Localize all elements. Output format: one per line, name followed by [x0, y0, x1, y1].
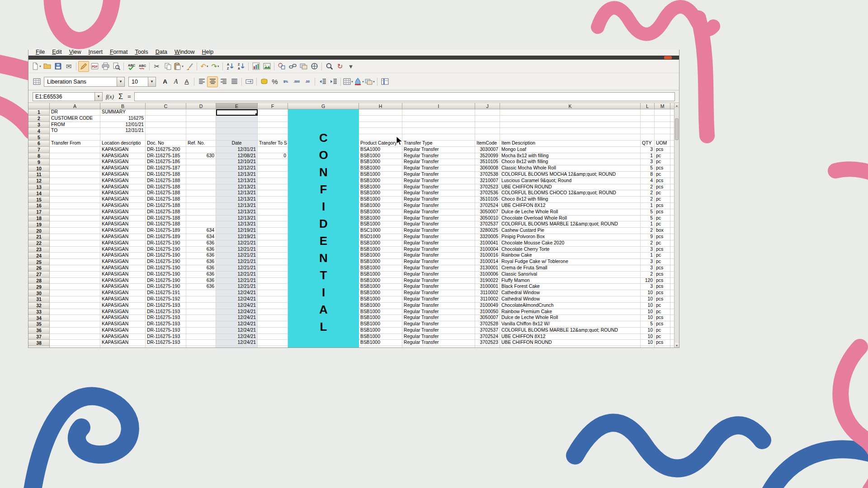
row-header-14[interactable]: 14 — [28, 190, 50, 197]
format-currency-button[interactable] — [259, 76, 269, 87]
cell-F19[interactable] — [258, 221, 288, 228]
column-header-J[interactable]: J — [475, 103, 500, 109]
cell-H22[interactable]: BSB1000 — [359, 240, 402, 247]
cell-L19[interactable]: 1 — [641, 221, 655, 228]
cell-F11[interactable] — [258, 172, 288, 178]
align-right-button[interactable] — [218, 76, 229, 87]
cell-K32[interactable]: ChocolateAlmondCrunch — [500, 303, 641, 309]
cell-C14[interactable]: DR-116275-188 — [146, 190, 186, 197]
cell-M10[interactable]: pcs — [655, 165, 670, 172]
row-header-27[interactable]: 27 — [28, 272, 50, 278]
cell-C30[interactable]: DR-116275-191 — [146, 290, 186, 296]
cell-H13[interactable]: BSB1000 — [359, 184, 402, 191]
cell-D10[interactable] — [186, 165, 216, 172]
cell-E29[interactable]: 12/21/21 — [216, 284, 258, 290]
cell-D32[interactable] — [186, 303, 216, 309]
toolbar-more-button[interactable]: ▾ — [345, 61, 356, 72]
cell-H30[interactable]: BSB1000 — [359, 290, 402, 296]
cell-L27[interactable]: 2 — [641, 272, 655, 278]
cell-H12[interactable]: BSB1000 — [359, 178, 402, 184]
cell-B15[interactable]: KAPASIGAN — [100, 197, 146, 203]
cell-E7[interactable]: 12/31/21 — [216, 147, 258, 153]
cell-M20[interactable]: box — [655, 228, 670, 234]
row-header-16[interactable]: 16 — [28, 203, 50, 209]
cell-J11[interactable]: 3702538 — [475, 172, 500, 178]
cell-E26[interactable]: 12/21/21 — [216, 265, 258, 272]
cell-J39[interactable] — [475, 346, 500, 348]
cell-D1[interactable] — [186, 109, 216, 116]
paste-dropdown[interactable]: ▾ — [182, 65, 184, 68]
cell-I26[interactable]: Regular Transfer — [402, 265, 475, 272]
cell-B37[interactable]: KAPASIGAN — [100, 334, 146, 340]
cell-L28[interactable]: 120 — [641, 278, 655, 284]
cell-H28[interactable]: BSB1000 — [359, 278, 402, 284]
cell-J3[interactable] — [475, 122, 500, 128]
cell-M30[interactable]: pcs — [655, 290, 670, 296]
merge-cells-button[interactable] — [244, 76, 255, 87]
cell-K7[interactable]: Mongo Loaf — [500, 147, 641, 153]
cell-K22[interactable]: Chocolate Mousse Cake 2020 — [500, 240, 641, 247]
cell-H36[interactable]: BSB1000 — [359, 328, 402, 334]
cell-K31[interactable]: Cathedral Window — [500, 296, 641, 303]
cell-E20[interactable]: 12/19/21 — [216, 228, 258, 234]
cell-F6[interactable]: Transfer To S — [258, 141, 288, 147]
cell-B16[interactable]: KAPASIGAN — [100, 203, 146, 209]
cell-D39[interactable] — [186, 346, 216, 348]
cell-M6[interactable]: UOM — [655, 141, 670, 147]
font-size-dropdown[interactable]: ▼ — [148, 77, 156, 86]
cell-B1[interactable]: SUMMARY — [100, 109, 146, 116]
row-header-18[interactable]: 18 — [28, 216, 50, 222]
cell-A33[interactable] — [50, 309, 100, 315]
cell-J24[interactable]: 3100016 — [475, 253, 500, 259]
background-color-button[interactable]: ▾ — [354, 76, 364, 87]
cell-L12[interactable]: 4 — [641, 178, 655, 184]
menu-view[interactable]: View — [66, 50, 85, 56]
cell-E31[interactable]: 12/24/21 — [216, 296, 258, 303]
cell-K11[interactable]: COLORFUL BLOOMS MOCHA 12&amp;quot; ROUND — [500, 172, 641, 178]
cell-J29[interactable]: 3100001 — [475, 284, 500, 290]
menu-data[interactable]: Data — [152, 50, 171, 56]
font-name-input[interactable] — [44, 77, 117, 86]
cell-H15[interactable]: BSB1000 — [359, 197, 402, 203]
cell-C37[interactable]: DR-116275-193 — [146, 334, 186, 340]
row-header-33[interactable]: 33 — [28, 309, 50, 315]
cell-C28[interactable]: DR-116275-190 — [146, 278, 186, 284]
cell-L24[interactable]: 1 — [641, 253, 655, 259]
row-header-38[interactable]: 38 — [28, 340, 50, 346]
cell-H32[interactable]: BSB1000 — [359, 303, 402, 309]
row-header-6[interactable]: 6 — [28, 141, 50, 147]
cell-F17[interactable] — [258, 209, 288, 216]
cell-D22[interactable]: 636 — [186, 240, 216, 247]
cell-M3[interactable] — [655, 122, 670, 128]
cell-F20[interactable] — [258, 228, 288, 234]
row-header-25[interactable]: 25 — [28, 259, 50, 265]
cell-D4[interactable] — [186, 128, 216, 134]
cell-M9[interactable]: pc — [655, 159, 670, 165]
cell-M5[interactable] — [655, 134, 670, 141]
cell-M37[interactable]: pc — [655, 334, 670, 340]
cell-M11[interactable]: pc — [655, 172, 670, 178]
cell-E4[interactable] — [216, 128, 258, 134]
scroll-down-arrow[interactable]: ▼ — [675, 343, 679, 348]
cell-H35[interactable]: BSB1000 — [359, 321, 402, 328]
cell-E39[interactable] — [216, 346, 258, 348]
cell-E13[interactable]: 12/13/21 — [216, 184, 258, 191]
cell-E23[interactable]: 12/21/21 — [216, 247, 258, 253]
menu-window[interactable]: Window — [171, 50, 198, 56]
cell-K10[interactable]: Classic Mocha Whole Roll — [500, 165, 641, 172]
new-document-dropdown[interactable]: ▾ — [39, 65, 41, 68]
cell-H10[interactable]: BSB1000 — [359, 165, 402, 172]
cell-B20[interactable]: KAPASIGAN — [100, 228, 146, 234]
cell-A3[interactable]: FROM — [50, 122, 100, 128]
cell-F8[interactable]: 0 — [258, 153, 288, 160]
cell-J14[interactable]: 3702536 — [475, 190, 500, 197]
scroll-up-arrow[interactable]: ▲ — [675, 103, 679, 108]
row-header-9[interactable]: 9 — [28, 159, 50, 165]
cell-L26[interactable]: 3 — [641, 265, 655, 272]
cell-D23[interactable]: 636 — [186, 247, 216, 253]
cell-C11[interactable]: DR-116275-188 — [146, 172, 186, 178]
cell-F33[interactable] — [258, 309, 288, 315]
cell-L7[interactable]: 3 — [641, 147, 655, 153]
cell-F37[interactable] — [258, 334, 288, 340]
cell-I7[interactable]: Regular Transfer — [402, 147, 475, 153]
